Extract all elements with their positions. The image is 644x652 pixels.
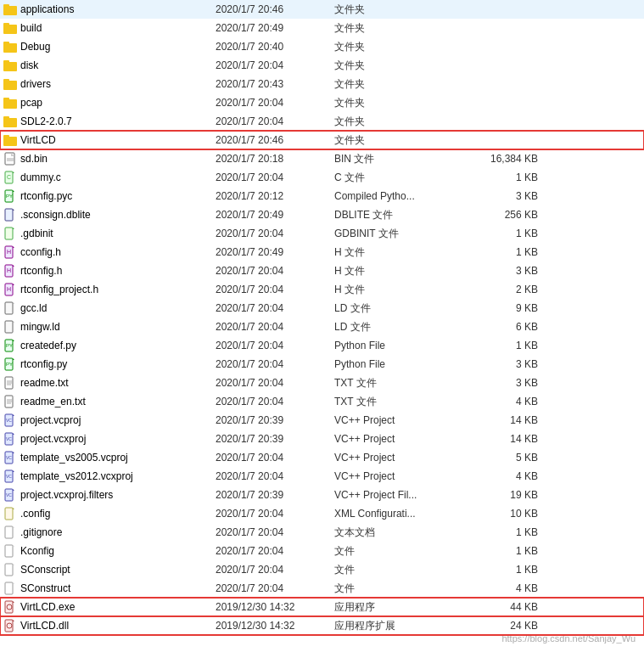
svg-text:H: H (7, 249, 11, 255)
file-row[interactable]: readme_en.txt 2020/1/7 20:04 TXT 文件 4 KB (0, 392, 644, 411)
svg-rect-88 (5, 564, 13, 576)
svg-rect-82 (5, 508, 13, 520)
py-icon: PY (3, 189, 17, 203)
svg-rect-84 (5, 526, 13, 538)
file-row[interactable]: VC template_vs2005.vcproj 2020/1/7 20:04… (0, 448, 644, 467)
file-type: XML Configurati... (334, 508, 470, 520)
file-row[interactable]: sd.bin 2020/1/7 20:18 BIN 文件 16,384 KB (0, 149, 644, 168)
txt-icon (3, 376, 17, 390)
svg-rect-36 (5, 228, 13, 239)
file-type: TXT 文件 (334, 376, 470, 391)
file-name: PY createdef.py (3, 339, 216, 352)
file-date: 2020/1/7 20:04 (216, 358, 334, 370)
svg-rect-2 (3, 4, 9, 8)
file-type: 文件夹 (334, 21, 470, 36)
file-size: 9 KB (470, 302, 538, 314)
config-icon (3, 507, 17, 520)
file-row[interactable]: .gitignore 2020/1/7 20:04 文本文档 1 KB (0, 523, 644, 542)
file-name: build (3, 21, 216, 35)
py-icon: PY (3, 339, 17, 352)
file-row[interactable]: drivers 2020/1/7 20:43 文件夹 (0, 75, 644, 93)
file-row[interactable]: SDL2-2.0.7 2020/1/7 20:04 文件夹 (0, 112, 644, 131)
file-date: 2020/1/7 20:49 (216, 209, 334, 221)
file-name: VirtLCD.dll (3, 619, 216, 632)
file-name: VirtLCD.exe (3, 600, 216, 614)
file-date: 2020/1/7 20:04 (216, 97, 334, 109)
file-row[interactable]: H rtconfig.h 2020/1/7 20:04 H 文件 3 KB (0, 261, 644, 280)
file-row[interactable]: gcc.ld 2020/1/7 20:04 LD 文件 9 KB (0, 299, 644, 318)
file-size: 3 KB (470, 265, 538, 277)
svg-text:VC: VC (6, 418, 12, 423)
file-name: SConscript (3, 563, 216, 576)
file-date: 2019/12/30 14:32 (216, 601, 334, 613)
file-row[interactable]: disk 2020/1/7 20:04 文件夹 (0, 56, 644, 75)
file-row[interactable]: VirtLCD.dll 2019/12/30 14:32 应用程序扩展 24 K… (0, 616, 644, 635)
file-row[interactable]: C dummy.c 2020/1/7 20:04 C 文件 1 KB (0, 168, 644, 187)
file-row[interactable]: SConstruct 2020/1/7 20:04 文件 4 KB (0, 579, 644, 598)
file-type: Python File (334, 358, 470, 370)
file-row[interactable]: readme.txt 2020/1/7 20:04 TXT 文件 3 KB (0, 374, 644, 392)
file-name: C dummy.c (3, 171, 216, 184)
file-date: 2020/1/7 20:04 (216, 545, 334, 557)
file-type: 文件夹 (334, 59, 470, 73)
file-name: PY rtconfig.py (3, 357, 216, 371)
file-row[interactable]: PY rtconfig.py 2020/1/7 20:04 Python Fil… (0, 355, 644, 374)
svg-text:H: H (7, 267, 11, 273)
file-name: disk (3, 59, 216, 72)
file-type: 文件 (334, 563, 470, 577)
file-type: 文件夹 (334, 77, 470, 92)
file-type: 文件 (334, 582, 470, 596)
file-row[interactable]: VirtLCD 2020/1/7 20:46 文件夹 (0, 131, 644, 149)
file-date: 2020/1/7 20:04 (216, 470, 334, 482)
file-row[interactable]: build 2020/1/7 20:49 文件夹 (0, 19, 644, 37)
file-name: .gdbinit (3, 227, 216, 240)
file-date: 2020/1/7 20:04 (216, 59, 334, 71)
file-row[interactable]: .gdbinit 2020/1/7 20:04 GDBINIT 文件 1 KB (0, 224, 644, 243)
folder-icon (3, 77, 17, 91)
svg-text:VC: VC (6, 455, 12, 460)
file-name: .sconsign.dblite (3, 208, 216, 222)
file-row[interactable]: PY createdef.py 2020/1/7 20:04 Python Fi… (0, 336, 644, 355)
file-date: 2020/1/7 20:04 (216, 452, 334, 464)
folder-icon (3, 3, 17, 16)
file-date: 2020/1/7 20:12 (216, 190, 334, 202)
file-date: 2020/1/7 20:04 (216, 508, 334, 520)
file-row[interactable]: pcap 2020/1/7 20:04 文件夹 (0, 93, 644, 112)
file-size: 1 KB (470, 545, 538, 557)
file-name: applications (3, 3, 216, 16)
file-row[interactable]: PY rtconfig.pyc 2020/1/7 20:12 Compiled … (0, 187, 644, 205)
file-row[interactable]: Debug 2020/1/7 20:40 文件夹 (0, 37, 644, 56)
file-row[interactable]: VC project.vcxproj 2020/1/7 20:39 VC++ P… (0, 430, 644, 448)
file-row[interactable]: VC project.vcproj 2020/1/7 20:39 VC++ Pr… (0, 411, 644, 430)
file-row[interactable]: H rtconfig_project.h 2020/1/7 20:04 H 文件… (0, 280, 644, 299)
file-row[interactable]: mingw.ld 2020/1/7 20:04 LD 文件 6 KB (0, 318, 644, 336)
file-row[interactable]: H cconfig.h 2020/1/7 20:49 H 文件 1 KB (0, 243, 644, 261)
svg-rect-49 (5, 321, 13, 333)
svg-text:VC: VC (6, 474, 12, 479)
svg-marker-35 (13, 209, 14, 211)
exe-icon (3, 619, 17, 632)
file-row[interactable]: .sconsign.dblite 2020/1/7 20:49 DBLITE 文… (0, 205, 644, 224)
file-row[interactable]: applications 2020/1/7 20:46 文件夹 (0, 0, 644, 19)
file-size: 1 KB (470, 340, 538, 351)
file-date: 2020/1/7 20:04 (216, 171, 334, 183)
file-size: 1 KB (470, 228, 538, 239)
svg-rect-11 (3, 60, 9, 64)
file-date: 2020/1/7 20:39 (216, 433, 334, 445)
file-row[interactable]: VC template_vs2012.vcxproj 2020/1/7 20:0… (0, 467, 644, 486)
file-row[interactable]: SConscript 2020/1/7 20:04 文件 1 KB (0, 560, 644, 579)
file-row[interactable]: Kconfig 2020/1/7 20:04 文件 1 KB (0, 542, 644, 560)
file-row[interactable]: VirtLCD.exe 2019/12/30 14:32 应用程序 44 KB (0, 598, 644, 616)
svg-text:PY: PY (6, 343, 13, 348)
file-row[interactable]: VC project.vcxproj.filters 2020/1/7 20:3… (0, 486, 644, 504)
file-size: 19 KB (470, 489, 538, 501)
file-date: 2020/1/7 20:49 (216, 246, 334, 258)
file-size: 1 KB (470, 564, 538, 576)
file-size: 14 KB (470, 414, 538, 426)
file-name: SConstruct (3, 582, 216, 595)
file-type: 文件夹 (334, 40, 470, 54)
file-row[interactable]: .config 2020/1/7 20:04 XML Configurati..… (0, 504, 644, 523)
file-size: 24 KB (470, 620, 538, 632)
folder-icon (3, 40, 17, 53)
file-type: 文本文档 (334, 526, 470, 540)
